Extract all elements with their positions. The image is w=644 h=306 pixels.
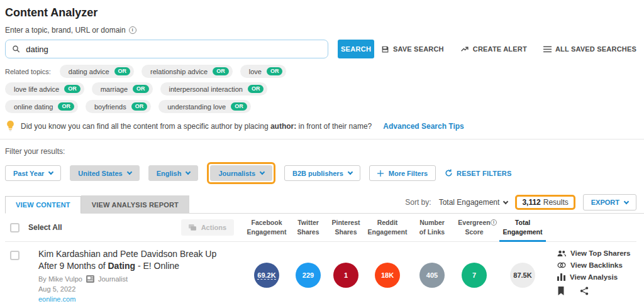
topic-chip[interactable]: understanding loveOR (158, 100, 250, 113)
topic-chip[interactable]: love life adviceOR (5, 82, 84, 96)
metric-reddit-cell: 18K (364, 248, 411, 303)
row-link-label: View Analysis (570, 273, 618, 281)
info-icon[interactable] (129, 26, 136, 34)
row-content-cell: Kim Kardashian and Pete Davidson Break U… (5, 248, 245, 303)
search-box[interactable] (5, 40, 328, 58)
topic-chip-label: interpersonal interaction (169, 85, 243, 93)
or-badge: OR (248, 85, 264, 93)
sort-by-value: Total Engagement (439, 198, 500, 207)
chevron-down-icon (348, 170, 353, 175)
chevron-down-icon (260, 170, 265, 175)
metric-pinterest-shares[interactable]: 1 (333, 263, 358, 288)
search-button[interactable]: SEARCH (338, 40, 374, 58)
filter-label: Past Year (13, 170, 44, 177)
metric-twitter-shares[interactable]: 229 (296, 263, 321, 288)
metric-twitter-cell: 229 (288, 248, 328, 303)
save-icon (381, 45, 389, 53)
row-title-link[interactable]: Kim Kardashian and Pete Davidson Break U… (38, 248, 227, 272)
column-line2: Score (453, 227, 496, 237)
metric-number-of-links[interactable]: 405 (419, 263, 445, 288)
chevron-down-icon (624, 199, 629, 204)
column-number-of-links[interactable]: Numberof Links (411, 218, 453, 237)
metric-facebook-cell: 69.2K (245, 248, 288, 303)
topic-chip[interactable]: dating adviceOR (60, 65, 134, 78)
column-line1: Pinterest (332, 219, 360, 226)
row-date: Aug 5, 2022 (38, 285, 227, 293)
more-filters-button[interactable]: More Filters (369, 165, 436, 181)
row-title-keyword: Dating (108, 261, 136, 271)
tip-prefix: Did you know you can find all the conten… (21, 122, 270, 131)
tip-text: Did you know you can find all the conten… (21, 122, 372, 131)
tabs-row: VIEW CONTENT VIEW ANALYSIS REPORT Sort b… (5, 194, 644, 214)
sort-area: Sort by: Total Engagement 3,112Results E… (405, 194, 636, 213)
filter-language[interactable]: English (148, 165, 199, 181)
row-actions-cell: View Top Sharers View Backlinks View Ana… (550, 248, 636, 303)
menu-icon (543, 46, 552, 53)
view-top-sharers-link[interactable]: View Top Sharers (557, 249, 636, 257)
export-button[interactable]: EXPORT (583, 194, 636, 210)
metric-value: 405 (426, 271, 438, 279)
column-reddit-engagement[interactable]: RedditEngagement (364, 218, 411, 237)
column-line2: Engagement (364, 227, 411, 237)
tab-view-content[interactable]: VIEW CONTENT (5, 196, 81, 214)
advanced-search-tips-link[interactable]: Advanced Search Tips (383, 122, 464, 131)
or-badge: OR (267, 67, 283, 75)
topic-chip[interactable]: online datingOR (5, 100, 78, 113)
all-saved-searches-button[interactable]: ALL SAVED SEARCHES (543, 45, 636, 53)
topic-chip[interactable]: interpersonal interactionOR (160, 82, 268, 96)
select-all-checkbox[interactable] (10, 223, 19, 232)
filter-past-year[interactable]: Past Year (5, 165, 61, 181)
or-badge: OR (213, 67, 229, 75)
filter-b2b-publishers[interactable]: B2B publishers (284, 165, 360, 181)
or-badge: OR (58, 102, 74, 111)
column-pinterest-shares[interactable]: PinterestShares (328, 218, 364, 237)
metric-value: 229 (303, 271, 314, 279)
sort-by-dropdown[interactable]: Total Engagement (439, 198, 508, 207)
metric-facebook-engagement[interactable]: 69.2K (254, 263, 279, 288)
topic-chip-label: love (249, 68, 262, 75)
metric-links-cell: 405 (411, 248, 453, 303)
row-domain-link[interactable]: eonline.com (38, 295, 227, 303)
column-twitter-shares[interactable]: TwitterShares (288, 218, 328, 237)
view-backlinks-link[interactable]: View Backlinks (557, 261, 636, 269)
topic-chip[interactable]: marriageOR (92, 82, 153, 96)
column-total-engagement[interactable]: TotalEngagement (496, 214, 550, 241)
row-checkbox[interactable] (10, 251, 19, 260)
metric-reddit-engagement[interactable]: 18K (375, 263, 400, 288)
chevron-down-icon (503, 199, 508, 204)
save-search-button[interactable]: SAVE SEARCH (381, 45, 444, 53)
reset-filters-button[interactable]: RESET FILTERS (445, 169, 511, 177)
or-badge: OR (133, 85, 149, 93)
topic-chip[interactable]: loveOR (240, 65, 287, 78)
column-evergreen-score[interactable]: EvergreenScore (453, 218, 496, 237)
row-title-post: - E! Online (135, 261, 179, 271)
view-analysis-link[interactable]: View Analysis (557, 273, 636, 281)
metric-evergreen-score[interactable]: 7 (462, 263, 487, 288)
tab-view-analysis-report[interactable]: VIEW ANALYSIS REPORT (81, 195, 189, 213)
actions-button[interactable]: Actions (181, 219, 234, 236)
search-hint-row: Enter a topic, brand, URL or domain (5, 26, 636, 35)
topic-chip-label: relationship advice (150, 68, 208, 75)
filter-journalists[interactable]: Journalists (210, 165, 272, 181)
metric-total-engagement[interactable]: 87.5K (510, 263, 535, 288)
filter-label: English (157, 170, 182, 177)
create-alert-button[interactable]: CREATE ALERT (460, 45, 527, 53)
or-badge: OR (64, 85, 80, 93)
tip-bold: author: (270, 122, 296, 131)
topic-chip[interactable]: relationship adviceOR (142, 65, 233, 78)
metric-value: 18K (381, 271, 394, 279)
share-icon[interactable] (580, 287, 589, 295)
column-facebook-engagement[interactable]: FacebookEngagement (245, 218, 288, 237)
bookmark-icon[interactable] (557, 287, 565, 295)
search-input[interactable] (26, 45, 321, 54)
header-actions: SAVE SEARCH CREATE ALERT ALL SAVED SEARC… (381, 45, 636, 53)
content-analyzer-page: Content Analyzer Enter a topic, brand, U… (0, 0, 644, 306)
topic-chip-label: boyfriends (94, 103, 126, 111)
metric-value: 7 (472, 271, 476, 279)
topic-chip[interactable]: boyfriendsOR (86, 100, 151, 113)
refresh-icon (445, 169, 453, 177)
column-line1: Total (496, 218, 550, 227)
topic-chip-label: dating advice (69, 68, 109, 75)
filter-country[interactable]: United States (70, 165, 139, 181)
filter-row: Past Year United States English Journali… (5, 162, 636, 184)
